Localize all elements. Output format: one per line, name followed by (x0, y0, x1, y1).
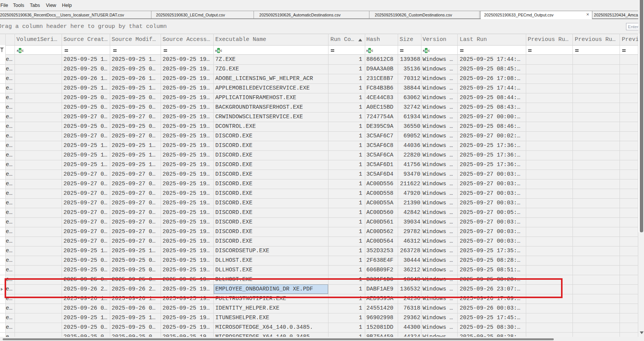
svg-text:A: A (423, 49, 425, 52)
svg-text:B: B (425, 49, 428, 53)
svg-text:B: B (218, 49, 220, 53)
svg-text:C: C (22, 49, 24, 52)
svg-text:C: C (371, 49, 373, 52)
svg-text:A: A (17, 49, 19, 52)
svg-text:B: B (369, 49, 371, 53)
svg-text:B: B (19, 49, 21, 53)
svg-text:C: C (428, 49, 430, 52)
svg-text:A: A (215, 49, 217, 52)
svg-text:C: C (220, 49, 222, 52)
svg-text:A: A (366, 49, 368, 52)
